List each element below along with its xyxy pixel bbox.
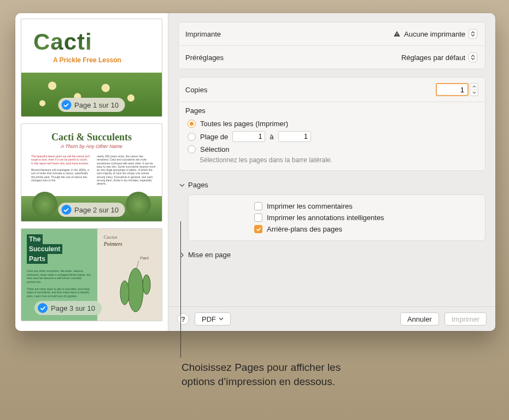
svg-point-1 — [120, 281, 129, 305]
thumb3-right-hdr1: Cactus — [104, 234, 118, 240]
radio-range-label: Plage de — [200, 133, 228, 141]
radio-all-pages-label: Toutes les pages (Imprimer) — [200, 120, 288, 128]
svg-point-0 — [128, 268, 143, 312]
dialog-footer: ? PDF Annuler Imprimer — [168, 306, 495, 331]
copies-input[interactable] — [436, 83, 469, 96]
stepper-up-icon[interactable] — [470, 84, 478, 90]
page-backgrounds-label: Arrière-plans des pages — [267, 225, 342, 233]
disclosure-layout[interactable]: Mise en page — [178, 249, 485, 259]
print-button-label: Imprimer — [452, 315, 479, 323]
callout-leader-line — [180, 221, 181, 358]
updown-chevron-icon — [469, 29, 477, 39]
chevron-down-icon — [179, 182, 185, 188]
callout-text: Choisissez Pages pour afficher les optio… — [182, 360, 356, 388]
checkbox-page-backgrounds[interactable]: Arrière-plans des pages — [254, 223, 478, 235]
copies-label: Copies — [185, 86, 207, 94]
page-badge-1-label: Page 1 sur 10 — [74, 101, 119, 109]
cactus-illustration: Plant — [113, 252, 156, 317]
radio-range[interactable]: Plage de à — [185, 129, 478, 144]
chevron-down-icon — [219, 317, 224, 321]
checkbox-print-smart-annotations[interactable]: Imprimer les annotations intelligentes — [254, 212, 478, 223]
checkbox-icon — [254, 214, 262, 222]
thumb3-title-2: Succulent — [27, 244, 62, 254]
updown-chevron-icon — [469, 52, 477, 62]
page-thumbnail-1[interactable]: Cacti A Prickle Free Lesson Page 1 sur 1… — [21, 19, 162, 117]
checkbox-print-comments[interactable]: Imprimer les commentaires — [254, 200, 478, 212]
radio-selection[interactable]: Sélection — [185, 144, 478, 155]
pdf-button-label: PDF — [202, 315, 216, 323]
help-button[interactable]: ? — [177, 313, 189, 325]
range-to-label: à — [270, 133, 273, 141]
help-icon: ? — [181, 315, 185, 323]
svg-rect-6 — [396, 36, 397, 36]
disclosure-pages-label: Pages — [188, 181, 208, 189]
check-icon — [38, 303, 48, 313]
radio-selection-label: Sélection — [200, 145, 229, 153]
cancel-button-label: Annuler — [407, 315, 432, 323]
printer-value: Aucune imprimante — [404, 30, 465, 38]
selection-helper: Sélectionnez les pages dans la barre lat… — [185, 156, 478, 164]
thumb3-title-3: Parts — [27, 254, 48, 264]
page-badge-2: Page 2 sur 10 — [58, 203, 125, 217]
printer-presets-group: Imprimante Aucune imprimante — [178, 22, 485, 69]
radio-icon — [188, 120, 196, 128]
pdf-menu-button[interactable]: PDF — [195, 312, 231, 326]
presets-select[interactable]: Réglages par défaut — [398, 51, 478, 63]
thumb2-title: Cacti & Succulents — [21, 132, 162, 143]
page-badge-1: Page 1 sur 10 — [58, 98, 125, 112]
range-to-input[interactable] — [278, 131, 311, 142]
stepper-down-icon[interactable] — [470, 90, 478, 96]
thumb3-right-hdr2: Pointers — [104, 241, 122, 247]
printer-select[interactable]: Aucune imprimante — [390, 28, 478, 40]
check-icon — [61, 205, 71, 215]
page-badge-2-label: Page 2 sur 10 — [74, 206, 119, 214]
page-badge-3-label: Page 3 sur 10 — [51, 304, 95, 312]
checkbox-icon — [254, 225, 262, 233]
check-icon — [61, 100, 71, 110]
presets-label: Préréglages — [185, 54, 224, 62]
page-thumbnail-3[interactable]: The Succulent Parts Cacti and other succ… — [21, 228, 162, 321]
copies-stepper[interactable] — [470, 83, 478, 96]
svg-text:Plant: Plant — [140, 256, 149, 260]
print-dialog: Cacti A Prickle Free Lesson Page 1 sur 1… — [15, 13, 495, 331]
radio-icon — [188, 145, 196, 153]
disclosure-pages[interactable]: Pages — [178, 179, 485, 192]
cancel-button[interactable]: Annuler — [400, 312, 439, 326]
thumb3-body: Cacti and other succulents, like aloes, … — [27, 269, 92, 298]
print-comments-label: Imprimer les commentaires — [267, 202, 353, 210]
range-from-input[interactable] — [232, 131, 265, 142]
thumb1-subtitle: A Prickle Free Lesson — [53, 56, 121, 64]
printer-label: Imprimante — [185, 30, 221, 38]
thumb2-subtitle: A Thorn by Any Other Name — [21, 144, 162, 149]
disclosure-layout-label: Mise en page — [188, 251, 231, 259]
radio-all-pages[interactable]: Toutes les pages (Imprimer) — [185, 118, 478, 129]
warning-icon — [393, 30, 401, 38]
thumb3-title-1: The — [27, 234, 43, 244]
svg-line-4 — [137, 261, 139, 268]
print-options-panel: Imprimante Aucune imprimante — [168, 13, 495, 331]
thumb2-col-right: nearly 200 years since, the cactus has r… — [97, 155, 156, 185]
thumbnail-sidebar: Cacti A Prickle Free Lesson Page 1 sur 1… — [15, 13, 168, 331]
print-smart-annotations-label: Imprimer les annotations intelligentes — [267, 214, 384, 222]
checkbox-icon — [254, 202, 262, 210]
copies-pages-group: Copies Pages Toutes les pages (Imprimer) — [178, 77, 485, 171]
pages-options-card: Imprimer les commentaires Imprimer les a… — [188, 194, 485, 241]
radio-icon — [188, 133, 196, 141]
thumb1-title: Cacti — [33, 29, 92, 55]
presets-value: Réglages par défaut — [401, 54, 465, 62]
svg-rect-5 — [396, 33, 397, 35]
page-thumbnail-2[interactable]: Cacti & Succulents A Thorn by Any Other … — [21, 123, 162, 222]
thumb2-col-left: The beautiful desert plant we call the c… — [31, 155, 90, 182]
print-button[interactable]: Imprimer — [444, 312, 487, 326]
page-badge-3: Page 3 sur 10 — [34, 301, 102, 315]
svg-point-2 — [143, 275, 150, 294]
pages-heading: Pages — [185, 107, 478, 115]
